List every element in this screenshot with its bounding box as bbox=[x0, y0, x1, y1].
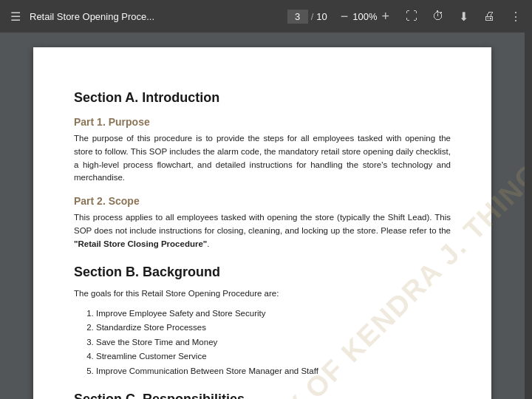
section-b-heading: Section B. Background bbox=[74, 265, 451, 280]
page-total: 10 bbox=[316, 11, 327, 22]
part-2-text-2: . bbox=[207, 239, 209, 248]
zoom-controls: − 100% + bbox=[339, 9, 391, 24]
menu-icon[interactable]: ☰ bbox=[7, 7, 24, 27]
page-divider: / bbox=[311, 11, 314, 22]
list-item: Improve Communication Between Store Mana… bbox=[96, 364, 451, 379]
print-icon[interactable]: 🖨 bbox=[480, 7, 498, 26]
zoom-level: 100% bbox=[352, 11, 377, 22]
section-b: Section B. Background The goals for this… bbox=[74, 265, 451, 379]
part-1-text: The purpose of this procedure is to prov… bbox=[74, 132, 451, 185]
present-icon[interactable]: ⛶ bbox=[403, 7, 420, 26]
document-title: Retail Store Opening Proce... bbox=[30, 11, 282, 22]
part-2-text: This process applies to all employees ta… bbox=[74, 211, 451, 250]
zoom-in-button[interactable]: + bbox=[380, 9, 391, 24]
pdf-viewer[interactable]: PROPERTY OF KENDRA J. THING Section A. I… bbox=[0, 33, 525, 399]
page-number-input[interactable] bbox=[287, 10, 308, 24]
part-2-bold: "Retail Store Closing Procedure" bbox=[74, 239, 207, 248]
pdf-page: PROPERTY OF KENDRA J. THING Section A. I… bbox=[33, 47, 491, 399]
part-1-heading: Part 1. Purpose bbox=[74, 116, 451, 128]
zoom-out-button[interactable]: − bbox=[339, 9, 350, 24]
history-icon[interactable]: ⏱ bbox=[429, 7, 447, 26]
goals-list: Improve Employee Safety and Store Securi… bbox=[96, 307, 451, 379]
part-2: Part 2. Scope This process applies to al… bbox=[74, 195, 451, 250]
list-item: Streamline Customer Service bbox=[96, 349, 451, 364]
right-panel bbox=[525, 33, 532, 399]
part-1: Part 1. Purpose The purpose of this proc… bbox=[74, 116, 451, 185]
download-icon[interactable]: ⬇ bbox=[456, 7, 471, 27]
list-item: Standardize Store Processes bbox=[96, 321, 451, 335]
toolbar-right-actions: ⛶ ⏱ ⬇ 🖨 ⋮ bbox=[403, 7, 525, 27]
section-a-heading: Section A. Introduction bbox=[74, 90, 451, 106]
main-area: PROPERTY OF KENDRA J. THING Section A. I… bbox=[0, 33, 532, 399]
section-c-heading: Section C. Responsibilities bbox=[74, 392, 451, 399]
section-b-intro: The goals for this Retail Store Opening … bbox=[74, 287, 451, 301]
toolbar: ☰ Retail Store Opening Proce... / 10 − 1… bbox=[0, 0, 532, 33]
part-2-text-1: This process applies to all employees ta… bbox=[74, 213, 451, 235]
more-icon[interactable]: ⋮ bbox=[507, 7, 525, 27]
part-2-heading: Part 2. Scope bbox=[74, 195, 451, 207]
list-item: Improve Employee Safety and Store Securi… bbox=[96, 307, 451, 321]
section-a: Section A. Introduction Part 1. Purpose … bbox=[74, 90, 451, 251]
section-c: Section C. Responsibilities The table be… bbox=[74, 392, 451, 399]
list-item: Save the Store Time and Money bbox=[96, 335, 451, 350]
page-navigation: / 10 bbox=[287, 10, 327, 24]
